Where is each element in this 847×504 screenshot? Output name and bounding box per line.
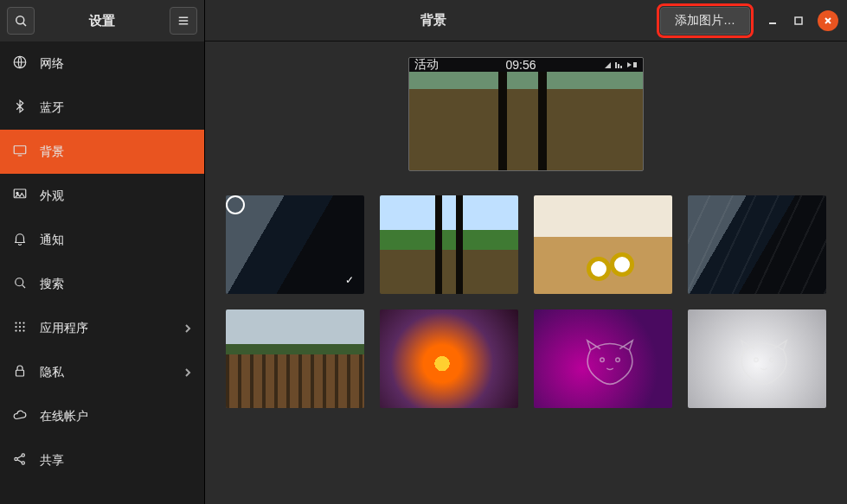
svg-point-38 <box>616 358 620 362</box>
appearance-icon <box>12 187 28 205</box>
svg-point-39 <box>754 358 759 362</box>
grid-icon <box>12 319 28 337</box>
maximize-button[interactable] <box>792 14 805 28</box>
current-wallpaper-preview: 活动 09:56 <box>408 57 644 171</box>
sidebar-item-label: 搜索 <box>40 277 192 292</box>
sidebar-item-notifications[interactable]: 通知 <box>0 218 204 262</box>
preview-clock: 09:56 <box>505 58 536 72</box>
sidebar-item-label: 通知 <box>40 233 192 248</box>
sidebar-item-label: 在线帐户 <box>40 409 192 424</box>
svg-marker-31 <box>605 62 611 68</box>
svg-point-23 <box>22 454 24 456</box>
share-icon <box>12 451 28 469</box>
svg-point-19 <box>19 329 21 331</box>
wallpaper-thumb-cat-grey[interactable] <box>688 309 826 408</box>
wallpaper-grid <box>226 195 826 408</box>
cloud-icon <box>12 407 28 425</box>
svg-point-20 <box>22 329 24 331</box>
svg-rect-36 <box>633 62 637 67</box>
svg-line-11 <box>22 285 25 288</box>
svg-point-17 <box>22 326 24 328</box>
svg-marker-35 <box>627 62 632 67</box>
globe-icon <box>12 54 28 73</box>
sidebar-header: 设置 <box>0 0 204 41</box>
cat-icon <box>575 337 645 389</box>
lock-icon <box>12 363 28 381</box>
bell-icon <box>12 231 28 249</box>
svg-point-10 <box>16 278 23 286</box>
svg-point-37 <box>600 358 605 362</box>
sidebar-item-label: 应用程序 <box>40 321 171 336</box>
search-button[interactable] <box>7 7 35 35</box>
sidebar-item-label: 蓝牙 <box>40 100 192 116</box>
sidebar-item-label: 外观 <box>40 188 192 204</box>
svg-line-26 <box>17 460 22 463</box>
wallpaper-thumb-station-dup[interactable] <box>688 195 826 294</box>
hamburger-icon <box>176 13 191 29</box>
maximize-icon <box>793 16 804 26</box>
panel-title: 背景 <box>214 12 653 29</box>
svg-point-13 <box>19 322 21 323</box>
preview-top-bar: 活动 09:56 <box>409 58 643 72</box>
sidebar-item-label: 网络 <box>40 56 192 72</box>
search-icon <box>12 275 28 293</box>
display-icon <box>12 143 28 161</box>
svg-point-14 <box>22 322 24 323</box>
svg-point-15 <box>15 326 16 328</box>
minimize-button[interactable] <box>766 14 780 28</box>
titlebar: 背景 添加图片… <box>205 0 847 41</box>
sidebar-item-privacy[interactable]: 隐私 <box>0 350 204 394</box>
wallpaper-thumb-crane[interactable] <box>380 309 518 408</box>
sidebar-items: 网络蓝牙背景外观通知搜索应用程序隐私在线帐户共享 <box>0 41 204 504</box>
settings-sidebar: 设置 网络蓝牙背景外观通知搜索应用程序隐私在线帐户共享 <box>0 0 205 504</box>
sidebar-item-background[interactable]: 背景 <box>0 130 204 174</box>
sidebar-item-online-accounts[interactable]: 在线帐户 <box>0 394 204 438</box>
svg-rect-28 <box>795 17 802 24</box>
preview-activities-label: 活动 <box>414 57 439 73</box>
sidebar-item-label: 共享 <box>40 453 192 469</box>
chevron-right-icon <box>183 322 192 335</box>
svg-line-1 <box>23 23 26 26</box>
preview-status-icons <box>603 61 638 69</box>
wallpaper-thumb-forest[interactable] <box>380 195 518 294</box>
svg-rect-33 <box>618 64 619 68</box>
sidebar-item-applications[interactable]: 应用程序 <box>0 306 204 350</box>
close-button[interactable] <box>818 10 838 31</box>
svg-point-40 <box>770 358 774 362</box>
bluetooth-icon <box>12 99 28 117</box>
sidebar-item-network[interactable]: 网络 <box>0 41 204 86</box>
close-icon <box>823 16 833 26</box>
svg-line-25 <box>17 456 22 458</box>
app-title: 设置 <box>40 13 164 29</box>
add-picture-label: 添加图片… <box>675 13 735 29</box>
svg-point-16 <box>19 326 21 328</box>
svg-rect-34 <box>620 66 622 68</box>
add-picture-button[interactable]: 添加图片… <box>660 7 750 35</box>
svg-rect-6 <box>14 146 26 154</box>
minimize-icon <box>767 16 778 26</box>
sidebar-item-label: 背景 <box>40 144 192 160</box>
sidebar-item-label: 隐私 <box>40 365 171 380</box>
search-icon <box>13 13 29 29</box>
svg-point-18 <box>15 329 16 331</box>
svg-point-12 <box>15 322 16 323</box>
svg-rect-32 <box>615 62 617 68</box>
wallpaper-thumb-cat-purple[interactable] <box>534 309 672 408</box>
wallpaper-thumb-station[interactable] <box>226 195 364 294</box>
window-controls <box>766 10 838 31</box>
primary-menu-button[interactable] <box>170 7 197 35</box>
wallpaper-thumb-shuffleboard[interactable] <box>534 195 672 294</box>
svg-point-0 <box>16 16 24 24</box>
chevron-right-icon <box>183 367 192 379</box>
sidebar-item-search[interactable]: 搜索 <box>0 262 204 306</box>
sidebar-item-bluetooth[interactable]: 蓝牙 <box>0 86 204 130</box>
wallpaper-thumb-bridge[interactable] <box>226 309 364 408</box>
sidebar-item-share[interactable]: 共享 <box>0 438 204 482</box>
main-pane: 背景 添加图片… 活动 09:56 <box>205 0 847 504</box>
svg-point-24 <box>22 462 24 464</box>
content-area: 活动 09:56 <box>205 41 847 504</box>
cat-icon <box>729 337 799 389</box>
sidebar-item-appearance[interactable]: 外观 <box>0 174 204 218</box>
svg-point-22 <box>15 457 17 460</box>
svg-rect-21 <box>16 370 24 376</box>
